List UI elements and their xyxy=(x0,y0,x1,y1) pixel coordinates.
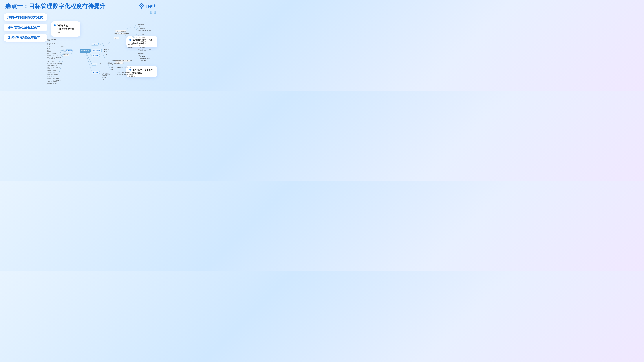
svg-text:QYSMT: QYSMT xyxy=(64,54,68,55)
svg-text:其他: 其他 xyxy=(138,54,140,56)
svg-text:第二季度: 第二季度 xyxy=(47,48,51,49)
svg-text:人才盘点: 人才盘点 xyxy=(47,44,51,45)
svg-text:LAWRENCE: LAWRENCE xyxy=(104,52,111,54)
svg-text:40万  订量优价: 40万 订量优价 xyxy=(47,61,54,62)
svg-text:2个月一次  生日会: 2个月一次 生日会 xyxy=(47,58,55,59)
mindmap-svg: 2024公司目标 销售 营业外收入 采购目标 投资 台库目标 行政目标 QYSM… xyxy=(40,11,158,90)
svg-line-123 xyxy=(59,50,66,51)
svg-text:台库目标: 台库目标 xyxy=(93,72,98,73)
svg-text:营业外收入: 营业外收入 xyxy=(94,50,100,51)
pain-card-1-text: 难以实时掌握目标完成进度 xyxy=(7,15,43,19)
svg-text:设备: 设备 xyxy=(111,69,113,70)
svg-text:其他（不需硬性要求）: 其他（不需硬性要求） xyxy=(138,31,147,32)
logo-area: 日事清 xyxy=(138,3,156,9)
svg-text:每周发布一条动态: 每周发布一条动态 xyxy=(138,37,145,38)
svg-text:其他（不需硬性要求）: 其他（不需硬性要求） xyxy=(138,41,147,42)
svg-text:目标3个: 目标3个 xyxy=(47,40,51,41)
svg-text:优化人才: 优化人才 xyxy=(54,43,59,44)
svg-text:GOOGLE搜索: GOOGLE搜索 xyxy=(138,33,144,35)
svg-text:其他: 其他 xyxy=(138,45,140,46)
svg-text:每月一次  年量统计: 每月一次 年量统计 xyxy=(47,53,56,54)
svg-text:一月一次  月贡产品贝量接收合: 一月一次 月贡产品贝量接收合 xyxy=(47,80,61,81)
svg-text:每周发布一条动态: 每周发布一条动态 xyxy=(138,47,145,48)
svg-text:飞达: 飞达 xyxy=(111,64,113,65)
svg-text:其他: 其他 xyxy=(102,78,104,80)
header: 痛点一：目标管理数字化程度有待提升 日事清 xyxy=(5,2,156,10)
svg-text:每周发布一条YOUTUBE产品视频: 每周发布一条YOUTUBE产品视频 xyxy=(138,58,152,59)
svg-text:一季度一次  流程管理: 一季度一次 流程管理 xyxy=(47,81,57,82)
svg-text:新客户5台: 新客户5台 xyxy=(128,44,133,45)
svg-text:JUKI RS-1 新客户1台: JUKI RS-1 新客户1台 xyxy=(116,31,126,32)
logo-text: 日事清 xyxy=(146,4,156,8)
svg-text:每月一次  KPI统计  日常: 每月一次 KPI统计 日常 xyxy=(47,55,58,56)
svg-text:GOOGLE搜索: GOOGLE搜索 xyxy=(138,43,144,44)
svg-text:每月一次  月产品贝量接收: 每月一次 月产品贝量接收 xyxy=(47,78,59,79)
svg-text:在重产品  现有产品: 在重产品 现有产品 xyxy=(47,70,56,71)
svg-text:PCB CLEANING 1台 新客户1台: PCB CLEANING 1台 新客户1台 xyxy=(114,33,129,34)
svg-text:行政目标: 行政目标 xyxy=(66,50,72,51)
svg-text:50万  节约成本: 50万 节约成本 xyxy=(56,63,62,64)
svg-text:第一季度: 第一季度 xyxy=(47,46,51,48)
svg-line-28 xyxy=(132,34,138,36)
svg-text:第三季度: 第三季度 xyxy=(47,50,51,51)
svg-text:市场上已有、改造的: 市场上已有、改造的 xyxy=(47,67,56,68)
svg-point-2 xyxy=(141,5,142,6)
svg-text:新产品: 新产品 xyxy=(57,67,60,68)
svg-text:智觉电眼视加工外单: 智觉电眼视加工外单 xyxy=(102,73,112,75)
svg-text:PANASONIC 12MM  150 PCS: PANASONIC 12MM 150 PCS xyxy=(118,67,131,68)
svg-line-25 xyxy=(132,27,138,32)
svg-text:每周发布一条YOUTUBE产品视频: 每周发布一条YOUTUBE产品视频 xyxy=(138,39,152,40)
svg-line-31 xyxy=(132,36,138,39)
svg-line-21 xyxy=(132,25,138,27)
svg-text:其他（不需硬性要求）: 其他（不需硬性要求） xyxy=(138,50,147,51)
svg-text:4次  理理流程: 4次 理理流程 xyxy=(59,46,65,48)
svg-text:开发新产品查看: 开发新产品查看 xyxy=(47,68,54,70)
svg-text:其他: 其他 xyxy=(138,26,140,27)
svg-line-20 xyxy=(127,27,132,29)
svg-line-8 xyxy=(99,43,104,45)
svg-text:每个月拜访2个  供应商维护: 每个月拜访2个 供应商维护 xyxy=(47,72,60,74)
pain-card-2-text: 目标与实际业务数据脱节 xyxy=(7,26,40,29)
svg-text:BELLA: BELLA xyxy=(114,38,118,39)
svg-text:每个季度一次  公司55位量接收: 每个季度一次 公司55位量接收 xyxy=(47,56,61,58)
svg-line-122 xyxy=(59,48,66,51)
svg-line-23 xyxy=(132,27,138,28)
svg-text:压接: 压接 xyxy=(111,66,113,68)
svg-text:每个季度一次  产品盘点: 每个季度一次 产品盘点 xyxy=(47,74,58,75)
svg-text:采购目标: 采购目标 xyxy=(93,55,98,56)
svg-text:JOHN: JOHN xyxy=(104,51,107,52)
page-title: 痛点一：目标管理数字化程度有待提升 xyxy=(5,2,106,10)
svg-text:其他: 其他 xyxy=(138,35,140,36)
svg-text:YAMAHA  SS  8MM  200 PCS: YAMAHA SS 8MM 200 PCS xyxy=(118,72,130,73)
svg-text:销售: 销售 xyxy=(94,44,96,45)
svg-line-128 xyxy=(59,51,66,73)
svg-text:STANLEY: STANLEY xyxy=(104,54,109,55)
svg-text:人员25万: 人员25万 xyxy=(102,77,106,78)
svg-text:第四季度: 第四季度 xyxy=(47,51,51,52)
svg-text:8MM  300 PCS: 8MM 300 PCS xyxy=(118,68,124,70)
svg-text:GOOGLE搜索: GOOGLE搜索 xyxy=(138,24,144,25)
svg-text:每周发布一条动态: 每周发布一条动态 xyxy=(138,28,145,29)
svg-text:每周发布一条YOUTUBE产品视频: 每周发布一条YOUTUBE产品视频 xyxy=(138,30,152,31)
svg-text:每年盘点一次: 每年盘点一次 xyxy=(47,43,54,44)
svg-text:日打包计划  日常会: 日打包计划 日常会 xyxy=(47,76,56,78)
svg-text:DECAN/SM  2 SETS  预计收益5万: DECAN/SM 2 SETS 预计收益5万 xyxy=(118,74,133,75)
svg-text:投资: 投资 xyxy=(93,63,96,65)
svg-text:10万  采购产品成本: 10万 采购产品成本 xyxy=(47,63,56,64)
pain-card-3-text: 目标调整与沟通效率低下 xyxy=(7,36,40,39)
svg-line-29 xyxy=(132,36,138,36)
svg-line-6 xyxy=(85,51,92,64)
svg-text:每周发布一条YOUTUBE产品视频: 每周发布一条YOUTUBE产品视频 xyxy=(138,49,152,50)
svg-text:JASMINE: JASMINE xyxy=(104,49,109,50)
svg-line-7 xyxy=(85,51,92,72)
svg-text:500万存字一年、年化收益预计22万人民币: 500万存字一年、年化收益预计22万人民币 xyxy=(98,62,118,64)
svg-text:GOOGLE搜索: GOOGLE搜索 xyxy=(138,53,144,54)
svg-text:每周发布一条动态: 每周发布一条动态 xyxy=(138,56,145,57)
svg-text:24/32MM  80 PCS: 24/32MM 80 PCS xyxy=(118,70,125,71)
svg-line-9 xyxy=(99,45,104,45)
svg-line-24 xyxy=(132,27,138,30)
svg-text:其他（不需硬性要求）: 其他（不需硬性要求） xyxy=(138,60,147,61)
svg-text:新客户3台: 新客户3台 xyxy=(128,47,133,48)
svg-text:2024公司目标: 2024公司目标 xyxy=(81,50,90,52)
svg-text:技胃求舒放  生产安全: 技胃求舒放 生产安全 xyxy=(47,83,57,84)
